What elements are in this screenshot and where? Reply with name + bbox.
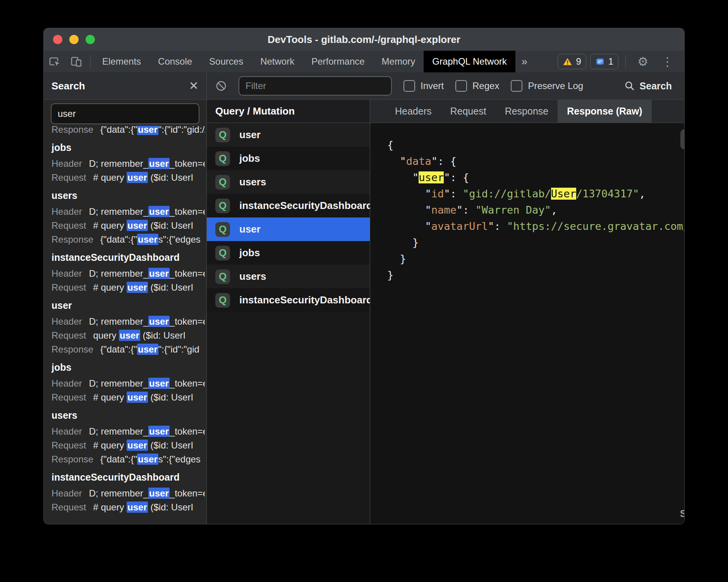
checkbox-box[interactable] [403,80,415,92]
tab-sources[interactable]: Sources [201,51,252,72]
checkbox-invert[interactable]: Invert [403,80,444,92]
search-match-highlight: user [137,454,158,465]
detail-tab-response-raw[interactable]: Response (Raw) [558,100,651,123]
json-token: " [387,204,431,216]
support-link[interactable]: Support [680,508,685,519]
result-row-header[interactable]: HeaderD; remember_user_token=e [52,315,205,329]
result-row-header[interactable]: HeaderD; remember_user_token=e [52,486,205,500]
detail-tabs-list: HeadersRequestResponseResponse (Raw) [386,100,652,123]
result-row-header[interactable]: HeaderD; remember_user_token=e [52,205,205,219]
clear-filter-icon[interactable] [215,80,227,92]
search-match-highlight: User [551,188,576,200]
query-list-item-label: jobs [239,247,260,259]
search-match-highlight: user [127,220,148,231]
json-line: "data": { [387,153,685,169]
filter-input[interactable] [239,76,392,96]
warnings-badge[interactable]: 9 [558,54,586,69]
result-section-title[interactable]: user [52,298,205,312]
result-text: D; remember_ [89,316,148,327]
detail-tab-headers[interactable]: Headers [386,100,441,123]
query-list-item-label: instanceSecurityDashboard [239,200,373,212]
tab-elements[interactable]: Elements [94,51,149,72]
search-match-highlight: user [148,206,170,217]
result-text: D; remember_ [89,426,148,436]
inspect-element-icon[interactable] [44,55,65,68]
more-tabs-chevron-icon[interactable]: » [515,56,534,68]
search-action[interactable]: Search [624,80,676,92]
checkbox-regex[interactable]: Regex [455,80,499,92]
json-line: "user": { [387,169,685,186]
checkbox-box[interactable] [455,80,467,92]
search-panel-close-icon[interactable]: ✕ [189,80,199,92]
query-list-item-jobs[interactable]: Qjobs [207,147,370,170]
result-row-header[interactable]: HeaderD; remember_user_token=e [52,267,205,281]
result-row-header[interactable]: HeaderD; remember_user_token=e [52,425,205,438]
result-row-request[interactable]: Request# query user ($id: UserI [52,438,205,452]
result-row-request[interactable]: Requestquery user ($id: UserI [52,329,205,342]
checkbox-preserve-log[interactable]: Preserve Log [511,80,583,92]
settings-gear-icon[interactable]: ⚙ [633,55,653,69]
result-row-label: Response [52,344,93,354]
result-section-title[interactable]: instanceSecurityDashboard [52,470,205,484]
result-section-title[interactable]: instanceSecurityDashboard [52,250,205,264]
result-text: D; remember_ [89,488,148,498]
zoom-window-button[interactable] [86,35,95,44]
json-token: "gid://gitlab/ [463,188,551,200]
result-text: ($id: UserI [148,502,193,512]
search-match-highlight: user [419,171,444,183]
filter-checkboxes: InvertRegexPreserve Log [403,80,583,92]
json-token: data [406,155,431,167]
result-row-response[interactable]: Response{"data":{"users":{"edges [52,233,205,246]
result-row-label: Header [52,316,82,327]
kebab-menu-icon[interactable]: ⋮ [657,55,678,69]
result-row-response[interactable]: Response{"data":{"users":{"edges [52,452,205,466]
query-mutation-header: Query / Mutation [207,100,370,123]
minimize-window-button[interactable] [69,35,79,44]
checkbox-box[interactable] [511,80,522,92]
result-row-request[interactable]: Request# query user ($id: UserI [52,219,205,233]
query-list-item-instancesecuritydashboard[interactable]: QinstanceSecurityDashboard [207,288,370,312]
result-text: query [93,330,119,341]
tab-graphql-network[interactable]: GraphQL Network [424,51,515,72]
tab-performance[interactable]: Performance [303,51,373,72]
query-list-item-user[interactable]: Quser [207,123,370,147]
result-text: _token=e [170,488,205,498]
query-list-item-users[interactable]: Qusers [207,170,370,194]
result-row-response[interactable]: Response{"data":{"user":{"id":"gid://git [52,126,205,137]
result-section-title[interactable]: users [52,408,205,422]
close-window-button[interactable] [53,35,62,44]
result-row-request[interactable]: Request# query user ($id: UserI [52,281,205,294]
result-row-label: Response [52,126,93,135]
result-text: # query [93,172,127,183]
tab-console[interactable]: Console [149,51,201,72]
query-type-badge: Q [215,269,230,284]
result-text: _token=e [170,158,205,169]
query-list-item-users[interactable]: Qusers [207,265,370,288]
result-text: _token=e [170,426,205,436]
query-list-item-jobs[interactable]: Qjobs [207,241,370,265]
search-icon [624,80,635,91]
detail-tab-request[interactable]: Request [441,100,496,123]
result-row-request[interactable]: Request# query user ($id: UserI [52,390,205,404]
result-row-header[interactable]: HeaderD; remember_user_token=e [52,157,205,171]
result-section-title[interactable]: jobs [52,360,205,374]
detail-tab-response[interactable]: Response [496,100,558,123]
result-text: _token=e [170,316,205,327]
result-row-response[interactable]: Response{"data":{"user":{"id":"gid [52,342,205,356]
tab-network[interactable]: Network [252,51,303,72]
query-list-item-instancesecuritydashboard[interactable]: QinstanceSecurityDashboard [207,194,370,217]
search-input[interactable] [51,103,199,124]
messages-badge[interactable]: 1 [590,54,618,69]
result-row-request[interactable]: Request# query user ($id: UserI [52,500,205,514]
query-type-badge: Q [215,175,230,190]
device-toolbar-icon[interactable] [65,55,87,68]
copy-button[interactable]: Copy [680,129,685,149]
query-type-badge: Q [215,128,230,142]
result-section-title[interactable]: jobs [52,140,205,154]
result-section-title[interactable]: users [52,188,205,202]
tab-memory[interactable]: Memory [373,51,424,72]
result-row-request[interactable]: Request# query user ($id: UserI [52,171,205,185]
window-title: DevTools - gitlab.com/-/graphql-explorer [44,34,684,46]
query-list-item-user[interactable]: Quser [207,217,370,241]
result-row-header[interactable]: HeaderD; remember_user_token=e [52,377,205,390]
